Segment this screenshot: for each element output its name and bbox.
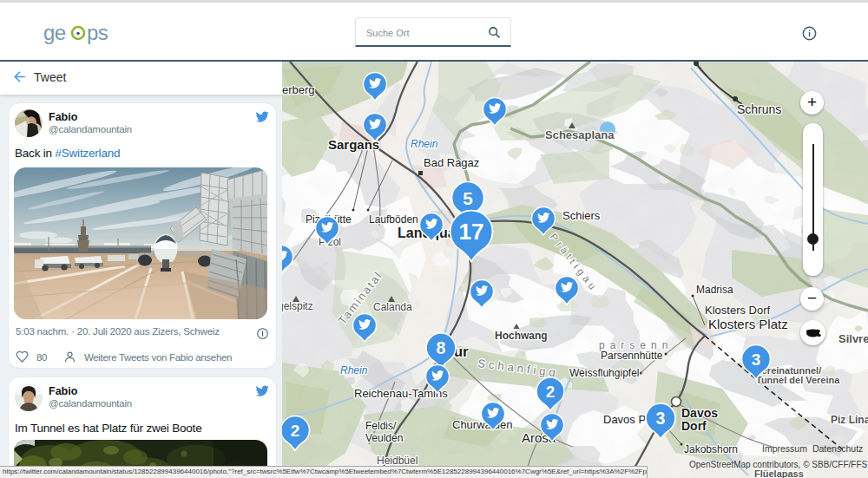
svg-text:5: 5	[463, 188, 472, 208]
svg-text:ge: ge	[43, 23, 66, 44]
svg-text:2: 2	[546, 382, 555, 400]
svg-text:Madrisa: Madrisa	[696, 284, 733, 296]
svg-text:Schruns: Schruns	[737, 102, 781, 116]
svg-text:gelspitz: gelspitz	[282, 300, 313, 312]
svg-text:ps: ps	[87, 23, 108, 44]
svg-text:Silvretta: Silvretta	[838, 332, 868, 345]
svg-text:3: 3	[752, 350, 761, 369]
svg-text:Flüelapass: Flüelapass	[754, 468, 804, 478]
svg-text:Veulden: Veulden	[365, 432, 403, 444]
svg-text:Klosters Platz: Klosters Platz	[708, 317, 788, 331]
svg-text:Sargans: Sargans	[328, 137, 379, 152]
svg-text:Weissfluhgipfel: Weissfluhgipfel	[569, 367, 639, 379]
svg-text:Schesaplana: Schesaplana	[545, 128, 615, 141]
svg-text:Davos Pl: Davos Pl	[603, 413, 648, 426]
svg-text:Tunnel del Vereina: Tunnel del Vereina	[756, 375, 840, 385]
svg-text:Heidbüel: Heidbüel	[377, 455, 418, 467]
svg-text:Dorf: Dorf	[681, 419, 707, 433]
svg-text:Laufböden: Laufböden	[369, 213, 418, 226]
svg-text:Klosters Dorf: Klosters Dorf	[705, 304, 771, 317]
svg-text:3: 3	[656, 409, 666, 428]
svg-text:Calanda: Calanda	[373, 301, 412, 313]
svg-text:Parsennhütte: Parsennhütte	[601, 350, 663, 362]
svg-text:Hochwang: Hochwang	[495, 330, 548, 342]
svg-text:Davos: Davos	[681, 406, 718, 420]
svg-text:Jakobshorn: Jakobshorn	[684, 443, 738, 455]
svg-text:2: 2	[291, 422, 300, 440]
svg-text:Rhein: Rhein	[411, 138, 438, 150]
svg-text:Bad Ragaz: Bad Ragaz	[424, 156, 479, 169]
svg-text:Feldis/: Feldis/	[365, 420, 397, 432]
svg-text:17: 17	[458, 219, 483, 245]
svg-text:erberg: erberg	[282, 83, 315, 96]
svg-text:Piz Linard: Piz Linard	[831, 414, 868, 426]
svg-text:Rhein: Rhein	[340, 364, 368, 377]
svg-text:8: 8	[437, 338, 446, 357]
svg-text:Schiers: Schiers	[562, 209, 601, 222]
